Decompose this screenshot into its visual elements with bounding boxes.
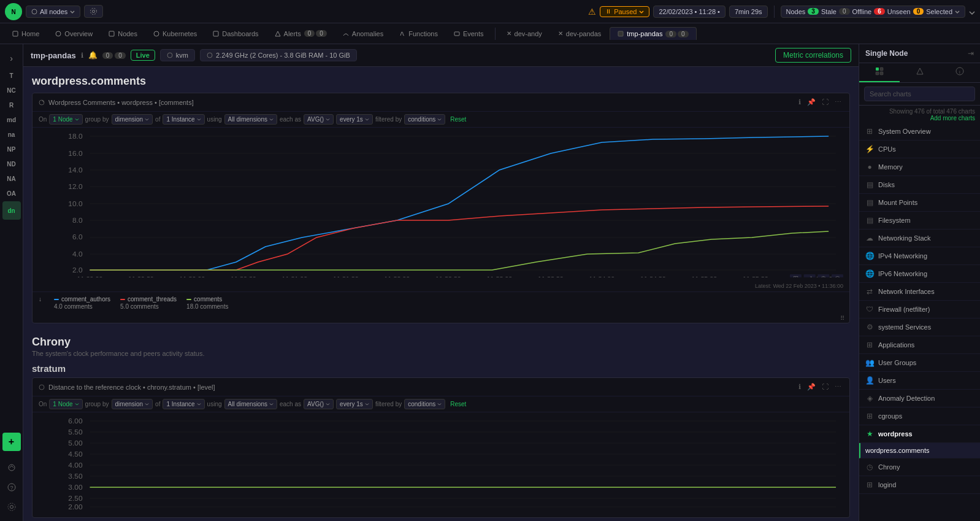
node-info-btn[interactable]: ℹ bbox=[81, 52, 83, 60]
chart1-reset-btn[interactable]: Reset bbox=[450, 116, 466, 123]
offline-count: 6 bbox=[874, 8, 885, 15]
avg-select[interactable]: AVG() bbox=[304, 114, 334, 125]
sidebar-item-md[interactable]: md bbox=[3, 113, 20, 126]
node-bell-btn[interactable]: 🔔 bbox=[88, 51, 98, 60]
rs-tab-charts[interactable] bbox=[859, 63, 900, 82]
rs-user-groups[interactable]: 👥 User Groups bbox=[859, 354, 980, 372]
tab-dev-andy[interactable]: ✕ dev-andy bbox=[499, 28, 549, 40]
all-dimensions-select[interactable]: All dimensions bbox=[224, 114, 277, 125]
svg-text:11:35:30: 11:35:30 bbox=[743, 276, 768, 277]
instance-count-select[interactable]: 1 Instance bbox=[163, 114, 204, 125]
tab-tmp-pandas[interactable]: tmp-pandas 0 0 bbox=[610, 27, 696, 40]
svg-text:3.50: 3.50 bbox=[68, 473, 82, 480]
tab-overview[interactable]: Overview bbox=[48, 28, 100, 40]
tab-alerts[interactable]: Alerts 0 0 bbox=[267, 28, 334, 40]
svg-text:6.00: 6.00 bbox=[68, 418, 82, 425]
tab-dev-pandas[interactable]: ✕ dev-pandas bbox=[551, 28, 609, 40]
chart2-expand-btn[interactable]: ⛶ bbox=[820, 382, 830, 392]
chart2-dimension-select[interactable]: dimension bbox=[112, 399, 153, 409]
rs-mount-points[interactable]: ▤ Mount Points bbox=[859, 194, 980, 212]
rs-users[interactable]: 👤 Users bbox=[859, 372, 980, 390]
chart-expand-btn[interactable]: ⛶ bbox=[820, 97, 830, 107]
metric-correlations-btn[interactable]: Metric correlations bbox=[775, 48, 851, 63]
svg-point-8 bbox=[154, 31, 159, 36]
all-nodes-selector[interactable]: All nodes bbox=[26, 6, 80, 18]
chart2-every-select[interactable]: every 1s bbox=[336, 399, 373, 409]
tab-nodes[interactable]: Nodes bbox=[101, 28, 145, 40]
search-charts-input[interactable] bbox=[864, 87, 975, 101]
chart2-pin-btn[interactable]: 📌 bbox=[805, 382, 817, 392]
rs-firewall[interactable]: 🛡 Firewall (netfilter) bbox=[859, 301, 980, 318]
tab-kubernetes[interactable]: Kubernetes bbox=[146, 28, 204, 40]
rs-tab-info[interactable]: i bbox=[940, 63, 980, 82]
svg-text:11:32:30: 11:32:30 bbox=[435, 276, 461, 277]
sidebar-collapse-btn[interactable]: › bbox=[2, 49, 21, 68]
tab-functions[interactable]: Functions bbox=[392, 28, 445, 40]
live-badge[interactable]: Live bbox=[131, 50, 155, 61]
chart2-node-count-select[interactable]: 1 Node bbox=[49, 399, 82, 409]
rs-wordpress[interactable]: ★ wordpress bbox=[859, 425, 980, 443]
rs-chrony[interactable]: ◷ Chrony bbox=[859, 458, 980, 476]
tab-events[interactable]: Events bbox=[446, 28, 491, 40]
conditions-select[interactable]: conditions bbox=[404, 114, 445, 125]
rs-wordpress-comments-sub[interactable]: wordpress.comments bbox=[859, 443, 980, 458]
paused-badge[interactable]: ⏸ Paused bbox=[600, 6, 649, 17]
settings-icon-btn[interactable] bbox=[84, 5, 103, 18]
svg-text:12.0: 12.0 bbox=[68, 183, 82, 190]
section-title: wordpress.comments bbox=[32, 75, 850, 88]
rs-cgroups[interactable]: ⊞ cgroups bbox=[859, 407, 980, 425]
chart2-all-dimensions-select[interactable]: All dimensions bbox=[224, 399, 277, 409]
chart-more-btn[interactable]: ⋯ bbox=[833, 97, 843, 107]
settings-icon[interactable] bbox=[2, 498, 21, 516]
node-count-select[interactable]: 1 Node bbox=[49, 114, 82, 125]
chart2-conditions-select[interactable]: conditions bbox=[404, 399, 445, 409]
sidebar-item-NP[interactable]: NP bbox=[3, 142, 20, 156]
legend-item-threads: comment_threads 5.0 comments bbox=[120, 296, 177, 310]
rs-logind[interactable]: ⊞ logind bbox=[859, 476, 980, 494]
help-icon[interactable]: ? bbox=[2, 478, 21, 496]
rs-network-interfaces[interactable]: ⇄ Network Interfaces bbox=[859, 283, 980, 301]
dimension-select[interactable]: dimension bbox=[112, 114, 153, 125]
bookmarks-icon[interactable] bbox=[2, 458, 21, 477]
chart-info-btn[interactable]: ℹ bbox=[797, 97, 803, 107]
rs-ipv4[interactable]: 🌐 IPv4 Networking bbox=[859, 247, 980, 265]
tab-navigation: Home Overview Nodes Kubernetes Dashboard… bbox=[0, 23, 980, 44]
sidebar-item-NC[interactable]: NC bbox=[3, 83, 20, 97]
chart-pin-btn[interactable]: 📌 bbox=[805, 97, 817, 107]
svg-text:2.50: 2.50 bbox=[68, 495, 82, 502]
chart2-avg-select[interactable]: AVG() bbox=[304, 399, 334, 409]
sidebar-item-OA[interactable]: OA bbox=[3, 187, 20, 200]
legend-arrow[interactable]: ↓ bbox=[39, 296, 42, 310]
rs-header: Single Node ⇥ bbox=[859, 44, 980, 63]
chart2-info-btn[interactable]: ℹ bbox=[797, 382, 803, 392]
rs-tab-alerts[interactable] bbox=[900, 63, 940, 82]
rs-expand-btn[interactable]: ⇥ bbox=[968, 49, 974, 58]
chart2-more-btn[interactable]: ⋯ bbox=[833, 382, 843, 392]
add-more-charts-link[interactable]: Add more charts bbox=[930, 115, 975, 122]
chart1-more-dots[interactable]: ⠿ bbox=[33, 314, 849, 323]
sidebar-item-na[interactable]: na bbox=[3, 128, 20, 141]
sidebar-item-R[interactable]: R bbox=[3, 98, 20, 112]
sidebar-item-ND[interactable]: ND bbox=[3, 157, 20, 171]
tab-anomalies[interactable]: Anomalies bbox=[335, 28, 391, 40]
svg-text:11:35:00: 11:35:00 bbox=[692, 276, 718, 277]
chart2-reset-btn[interactable]: Reset bbox=[450, 401, 466, 407]
every-select[interactable]: every 1s bbox=[336, 114, 373, 125]
rs-filesystem[interactable]: ▤ Filesystem bbox=[859, 212, 980, 230]
rs-systemd[interactable]: ⚙ systemd Services bbox=[859, 318, 980, 336]
sidebar-item-T[interactable]: T bbox=[3, 69, 20, 82]
sidebar-item-NA[interactable]: NA bbox=[3, 172, 20, 185]
rs-system-overview[interactable]: ⊞ System Overview bbox=[859, 123, 980, 141]
add-node-btn[interactable]: + bbox=[2, 433, 21, 451]
tab-dashboards[interactable]: Dashboards bbox=[205, 28, 266, 40]
rs-cpus[interactable]: ⚡ CPUs bbox=[859, 141, 980, 158]
rs-ipv6[interactable]: 🌐 IPv6 Networking bbox=[859, 265, 980, 283]
tab-home[interactable]: Home bbox=[5, 28, 47, 40]
chart2-instance-select[interactable]: 1 Instance bbox=[163, 399, 204, 409]
sidebar-item-dn[interactable]: dn bbox=[2, 201, 21, 220]
rs-anomaly-detection[interactable]: ◈ Anomaly Detection bbox=[859, 390, 980, 407]
rs-disks[interactable]: ▤ Disks bbox=[859, 176, 980, 194]
rs-memory[interactable]: ● Memory bbox=[859, 158, 980, 176]
rs-applications[interactable]: ⊞ Applications bbox=[859, 336, 980, 354]
rs-networking-stack[interactable]: ☁ Networking Stack bbox=[859, 230, 980, 247]
